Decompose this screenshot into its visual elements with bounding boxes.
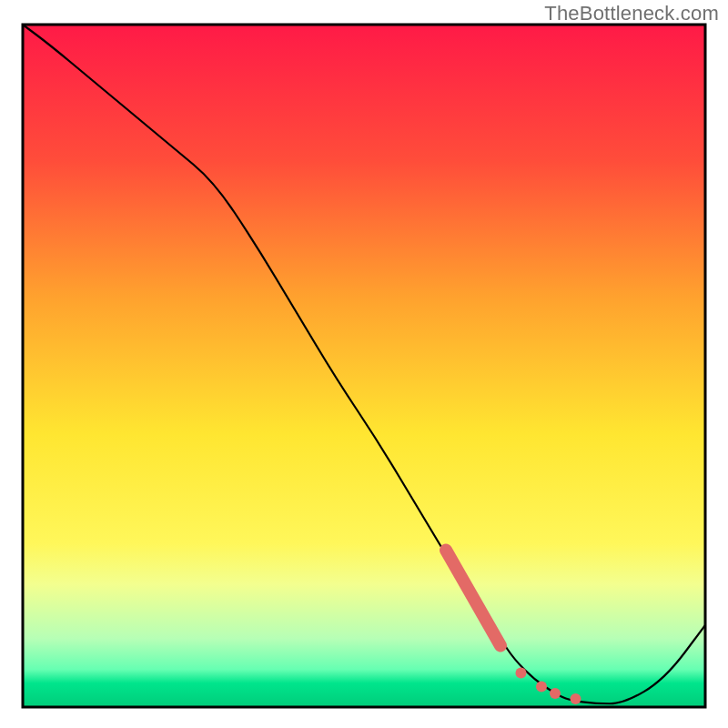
bottleneck-chart: TheBottleneck.com xyxy=(0,0,728,728)
highlight-dot xyxy=(516,668,527,679)
highlight-dot xyxy=(571,693,581,704)
highlight-dot xyxy=(550,688,561,699)
plot-background xyxy=(23,25,705,707)
chart-svg xyxy=(0,0,728,728)
watermark-text: TheBottleneck.com xyxy=(544,2,719,25)
highlight-dot xyxy=(536,682,547,693)
